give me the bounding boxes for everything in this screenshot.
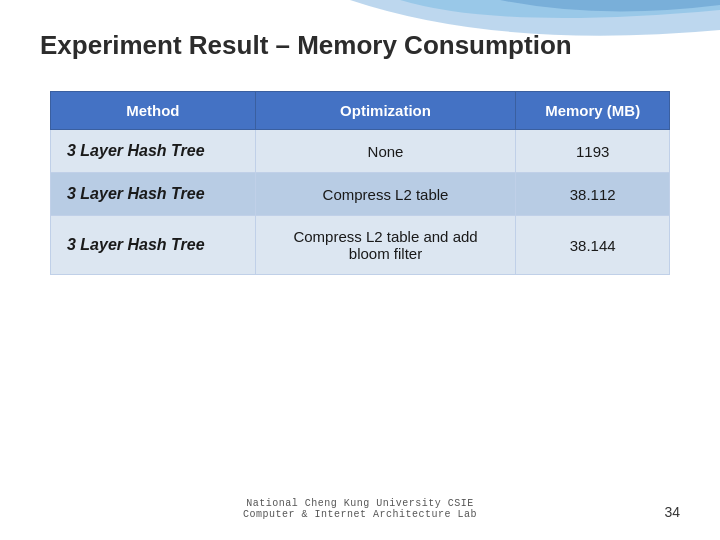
slide-title: Experiment Result – Memory Consumption bbox=[40, 30, 680, 61]
slide-content: Experiment Result – Memory Consumption M… bbox=[0, 0, 720, 295]
table-row: 3 Layer Hash Tree Compress L2 table 38.1… bbox=[51, 173, 670, 216]
row2-method: 3 Layer Hash Tree bbox=[51, 173, 256, 216]
row1-optimization: None bbox=[255, 130, 516, 173]
row3-opt-line2: bloom filter bbox=[349, 245, 422, 262]
row3-method: 3 Layer Hash Tree bbox=[51, 216, 256, 275]
table-row: 3 Layer Hash Tree Compress L2 table and … bbox=[51, 216, 670, 275]
data-table: Method Optimization Memory (MB) 3 Layer … bbox=[50, 91, 670, 275]
row1-memory: 1193 bbox=[516, 130, 670, 173]
table-header-row: Method Optimization Memory (MB) bbox=[51, 92, 670, 130]
row1-method: 3 Layer Hash Tree bbox=[51, 130, 256, 173]
table-row: 3 Layer Hash Tree None 1193 bbox=[51, 130, 670, 173]
row2-optimization: Compress L2 table bbox=[255, 173, 516, 216]
table-container: Method Optimization Memory (MB) 3 Layer … bbox=[50, 91, 670, 275]
col-header-memory: Memory (MB) bbox=[516, 92, 670, 130]
row3-memory: 38.144 bbox=[516, 216, 670, 275]
col-header-optimization: Optimization bbox=[255, 92, 516, 130]
footer-line1: National Cheng Kung University CSIE bbox=[246, 498, 474, 509]
page-number: 34 bbox=[664, 504, 680, 520]
footer: National Cheng Kung University CSIE Comp… bbox=[0, 498, 720, 520]
row2-memory: 38.112 bbox=[516, 173, 670, 216]
row3-opt-line1: Compress L2 table and add bbox=[293, 228, 477, 245]
col-header-method: Method bbox=[51, 92, 256, 130]
footer-line2: Computer & Internet Architecture Lab bbox=[243, 509, 477, 520]
row3-optimization: Compress L2 table and add bloom filter bbox=[255, 216, 516, 275]
